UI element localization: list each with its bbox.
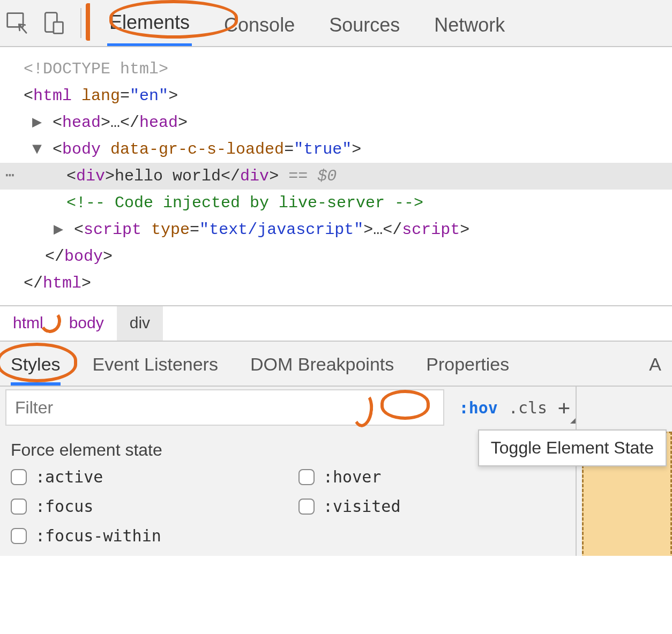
- inspect-element-icon[interactable]: [5, 11, 30, 35]
- checkbox-icon[interactable]: [298, 499, 315, 515]
- hov-tooltip: Toggle Element State: [478, 429, 667, 466]
- node-actions-icon[interactable]: ⋯: [5, 163, 14, 190]
- annotation-tick: [86, 3, 91, 41]
- subtab-event-listeners[interactable]: Event Listeners: [93, 354, 218, 386]
- dom-html-close[interactable]: </html>: [24, 270, 661, 297]
- crumb-div[interactable]: div: [117, 306, 163, 341]
- styles-filter-input[interactable]: [5, 389, 444, 426]
- subtab-dom-breakpoints[interactable]: DOM Breakpoints: [250, 354, 394, 386]
- dom-comment[interactable]: <!-- Code injected by live-server -->: [24, 190, 661, 216]
- state-visited[interactable]: :visited: [298, 497, 565, 516]
- dom-body-close[interactable]: </body>: [24, 243, 661, 270]
- subtab-overflow[interactable]: A: [649, 354, 661, 386]
- toolbar-separator: [80, 8, 81, 38]
- box-model-pane: [576, 387, 672, 556]
- svg-rect-2: [54, 22, 63, 33]
- devtools-toolbar: Elements Console Sources Network: [0, 0, 672, 47]
- dom-tree[interactable]: <!DOCTYPE html> <html lang="en"> ▶ <head…: [0, 47, 672, 306]
- crumb-html[interactable]: html: [0, 306, 56, 341]
- collapse-icon[interactable]: ▼: [32, 136, 43, 163]
- dom-html-open[interactable]: <html lang="en">: [24, 82, 661, 109]
- state-focus[interactable]: :focus: [11, 497, 277, 516]
- state-active[interactable]: :active: [11, 467, 277, 486]
- dom-body-open[interactable]: ▼ <body data-gr-c-s-loaded="true">: [24, 136, 661, 163]
- dom-doctype[interactable]: <!DOCTYPE html>: [24, 56, 661, 82]
- tab-network[interactable]: Network: [432, 14, 507, 46]
- new-style-rule-button[interactable]: +: [552, 393, 576, 422]
- toggle-device-toolbar-icon[interactable]: [41, 11, 65, 35]
- dom-head[interactable]: ▶ <head>…</head>: [24, 109, 661, 136]
- tab-console[interactable]: Console: [222, 14, 297, 46]
- dom-breadcrumb: html body div: [0, 306, 672, 342]
- tab-elements[interactable]: Elements: [107, 11, 192, 46]
- styles-pane: :hov .cls + Toggle Element State Force e…: [0, 387, 672, 556]
- toolbar-tabs: Elements Console Sources Network: [107, 0, 507, 46]
- crumb-body[interactable]: body: [56, 306, 117, 341]
- dom-selected-node[interactable]: ⋯ <div>hello world</div> == $0: [0, 163, 672, 190]
- styles-filter-row: :hov .cls + Toggle Element State: [0, 387, 576, 428]
- subtab-styles[interactable]: Styles: [11, 354, 61, 386]
- state-hover[interactable]: :hover: [298, 467, 565, 486]
- expand-icon[interactable]: ▶: [32, 109, 43, 136]
- subtab-properties[interactable]: Properties: [426, 354, 509, 386]
- checkbox-icon[interactable]: [11, 499, 27, 515]
- toggle-hov-button[interactable]: :hov: [454, 395, 503, 420]
- styles-subtabs: Styles Event Listeners DOM Breakpoints P…: [0, 342, 672, 387]
- checkbox-icon[interactable]: [11, 469, 27, 485]
- force-state-grid: :active :hover :focus :visited :focus-wi…: [0, 467, 576, 550]
- toggle-cls-button[interactable]: .cls: [503, 395, 552, 420]
- state-focus-within[interactable]: :focus-within: [11, 526, 277, 545]
- tab-sources[interactable]: Sources: [327, 14, 402, 46]
- dom-script[interactable]: ▶ <script type="text/javascript">…</scri…: [24, 216, 661, 243]
- expand-icon[interactable]: ▶: [54, 216, 64, 243]
- checkbox-icon[interactable]: [298, 469, 315, 485]
- checkbox-icon[interactable]: [11, 528, 27, 544]
